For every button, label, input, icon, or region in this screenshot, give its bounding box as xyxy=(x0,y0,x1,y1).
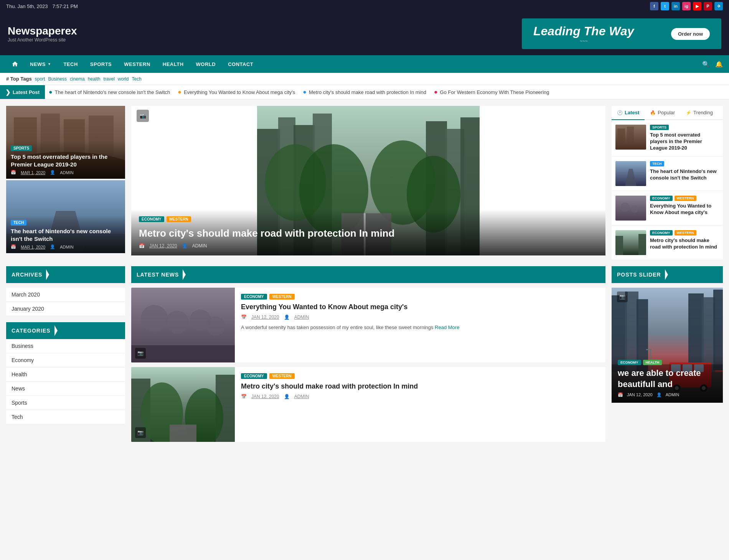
left-card-2[interactable]: TECH The heart of Nintendo's new console… xyxy=(6,180,125,253)
slider-card-1[interactable]: 📷 ECONOMY HEALTH we are able to create b… xyxy=(612,288,723,403)
left-column: SPORTS Top 5 most overrated players in t… xyxy=(6,106,125,260)
tag-cinema[interactable]: cinema xyxy=(70,76,85,82)
nav-home-button[interactable] xyxy=(6,55,24,73)
slider-title: we are able to create beautifull and xyxy=(618,368,717,390)
svg-rect-39 xyxy=(131,345,235,362)
news-date-2[interactable]: JAN 12, 2020 xyxy=(251,394,279,399)
right-card-4[interactable]: ECONOMY WESTERN Metro city's should make… xyxy=(612,226,723,260)
tag-health[interactable]: health xyxy=(88,76,101,82)
date-display: Thu. Jan 5th, 2023 xyxy=(6,3,48,9)
cat-news[interactable]: News xyxy=(6,382,125,396)
banner-main-text: Leading The Way xyxy=(533,24,634,38)
news-card-1: 📷 ECONOMY WESTERN Everything You Wanted … xyxy=(131,288,605,362)
nav-item-world[interactable]: WORLD xyxy=(190,55,222,73)
order-now-button[interactable]: Order now xyxy=(671,28,710,40)
top-bar: Thu. Jan 5th, 2023 7:57:21 PM f t in ig … xyxy=(0,0,729,12)
tab-latest[interactable]: 🕐 Latest xyxy=(612,106,645,120)
right-card-1[interactable]: SPORTS Top 5 most overrated players in t… xyxy=(612,120,723,156)
social-icons: f t in ig ▶ P ✈ xyxy=(650,2,723,10)
cat-tech[interactable]: Tech xyxy=(6,410,125,424)
tag-business[interactable]: Business xyxy=(48,76,67,82)
svg-rect-28 xyxy=(615,196,646,221)
right-card-badges-2: TECH xyxy=(650,161,719,166)
user-icon: 👤 xyxy=(50,170,55,175)
clock-icon: 🕐 xyxy=(617,110,623,115)
svg-point-35 xyxy=(141,305,168,332)
news-excerpt-1: A wonderful serenity has taken possessio… xyxy=(241,324,599,331)
ticker-item-4[interactable]: ● Go For Western Economy With These Pion… xyxy=(434,89,549,96)
ticker-item-3[interactable]: ● Metro city's should make road with pro… xyxy=(303,89,426,96)
tag-sport[interactable]: sport xyxy=(35,76,45,82)
right-column: 🕐 Latest 🔥 Popular ⚡ Trending xyxy=(612,106,723,260)
feature-article[interactable]: 📷 ECONOMY WESTERN Metro city's should ma… xyxy=(131,106,605,255)
nav-item-tech[interactable]: TECH xyxy=(57,55,84,73)
ticker-item-1[interactable]: ● The heart of Nintendo's new console is… xyxy=(49,89,170,96)
card-overlay-1: SPORTS Top 5 most overrated players in t… xyxy=(6,141,125,179)
tag-tech[interactable]: Tech xyxy=(132,76,142,82)
cat-business[interactable]: Business xyxy=(6,339,125,353)
top-tags-label: # Top Tags xyxy=(6,76,32,82)
calendar-icon-2: 📅 xyxy=(11,244,16,249)
latest-news-header: LATEST NEWS xyxy=(131,266,605,283)
facebook-icon[interactable]: f xyxy=(650,2,658,10)
news-author-2[interactable]: ADMIN xyxy=(294,394,309,399)
cat-health[interactable]: Health xyxy=(6,367,125,382)
site-logo[interactable]: Newspaperex Just Another WordPress site xyxy=(8,25,77,43)
news-card-title-1[interactable]: Everything You Wanted to Know About mega… xyxy=(241,303,599,311)
tab-trending[interactable]: ⚡ Trending xyxy=(680,106,718,119)
youtube-icon[interactable]: ▶ xyxy=(693,2,701,10)
telegram-icon[interactable]: ✈ xyxy=(714,2,723,10)
site-title: Newspaperex xyxy=(8,25,77,37)
svg-point-38 xyxy=(206,316,225,336)
news-card-meta-1: 📅 JAN 12, 2020 👤 ADMIN xyxy=(241,315,599,320)
bell-icon[interactable]: 🔔 xyxy=(715,61,723,68)
news-date-1[interactable]: JAN 12, 2020 xyxy=(251,315,279,320)
cat-economy[interactable]: Economy xyxy=(6,353,125,367)
nav-item-sports[interactable]: SPORTS xyxy=(84,55,118,73)
news-card-title-2[interactable]: Metro city's should make road with prote… xyxy=(241,382,599,391)
ticker-items: ● The heart of Nintendo's new console is… xyxy=(45,89,553,96)
card-date-1[interactable]: MAR 1, 2020 xyxy=(21,170,45,175)
tag-world[interactable]: world xyxy=(118,76,129,82)
right-card-3[interactable]: ECONOMY WESTERN Everything You Wanted to… xyxy=(612,191,723,226)
right-img-svg-2 xyxy=(615,161,646,186)
instagram-icon[interactable]: ig xyxy=(682,2,691,10)
archive-january-2020[interactable]: January 2020 xyxy=(6,302,125,316)
linkedin-icon[interactable]: in xyxy=(671,2,680,10)
nav-item-news[interactable]: NEWS xyxy=(24,55,57,73)
tab-popular[interactable]: 🔥 Popular xyxy=(645,106,680,119)
nav-item-contact[interactable]: CONTACT xyxy=(222,55,259,73)
news-badge-economy-1: ECONOMY xyxy=(241,294,267,300)
slider-meta: 📅 JAN 12, 2020 👤 ADMIN xyxy=(618,392,717,397)
user-icon-feature: 👤 xyxy=(182,243,188,249)
news-img-svg-2 xyxy=(131,367,235,442)
archive-list: March 2020 January 2020 xyxy=(6,288,125,316)
right-card-img-2 xyxy=(615,161,646,186)
left-card-1[interactable]: SPORTS Top 5 most overrated players in t… xyxy=(6,106,125,179)
card-date-2[interactable]: MAR 1, 2020 xyxy=(21,245,45,249)
time-display: 7:57:21 PM xyxy=(52,3,78,9)
slider-date[interactable]: JAN 12, 2020 xyxy=(627,392,653,397)
slider-overlay: ECONOMY HEALTH we are able to create bea… xyxy=(612,354,723,402)
pinterest-icon[interactable]: P xyxy=(704,2,712,10)
right-card-2[interactable]: TECH The heart of Nintendo's new console… xyxy=(612,156,723,191)
nav-item-health[interactable]: HEALTH xyxy=(157,55,190,73)
read-more-1[interactable]: Read More xyxy=(435,324,459,330)
card-author-1: ADMIN xyxy=(60,170,73,175)
svg-rect-33 xyxy=(638,234,646,255)
card-category-sports: SPORTS xyxy=(11,145,32,151)
nav-item-western[interactable]: WESTERN xyxy=(118,55,157,73)
news-author-1[interactable]: ADMIN xyxy=(294,315,309,320)
categories-list: Business Economy Health News Sports Tech xyxy=(6,339,125,424)
twitter-icon[interactable]: t xyxy=(661,2,669,10)
ticker-dot: ● xyxy=(178,89,181,96)
feature-date[interactable]: JAN 12, 2020 xyxy=(149,243,177,249)
cat-sports[interactable]: Sports xyxy=(6,396,125,410)
search-icon[interactable]: 🔍 xyxy=(702,61,710,68)
archive-march-2020[interactable]: March 2020 xyxy=(6,288,125,302)
sidebar: Archives March 2020 January 2020 Categor… xyxy=(6,266,125,446)
tag-travel[interactable]: travel xyxy=(103,76,114,82)
ticker-item-2[interactable]: ● Everything You Wanted to Know About me… xyxy=(178,89,295,96)
right-card-title-1: Top 5 most overrated players in the Prem… xyxy=(650,132,719,152)
news-card-content-1: ECONOMY WESTERN Everything You Wanted to… xyxy=(235,288,605,362)
